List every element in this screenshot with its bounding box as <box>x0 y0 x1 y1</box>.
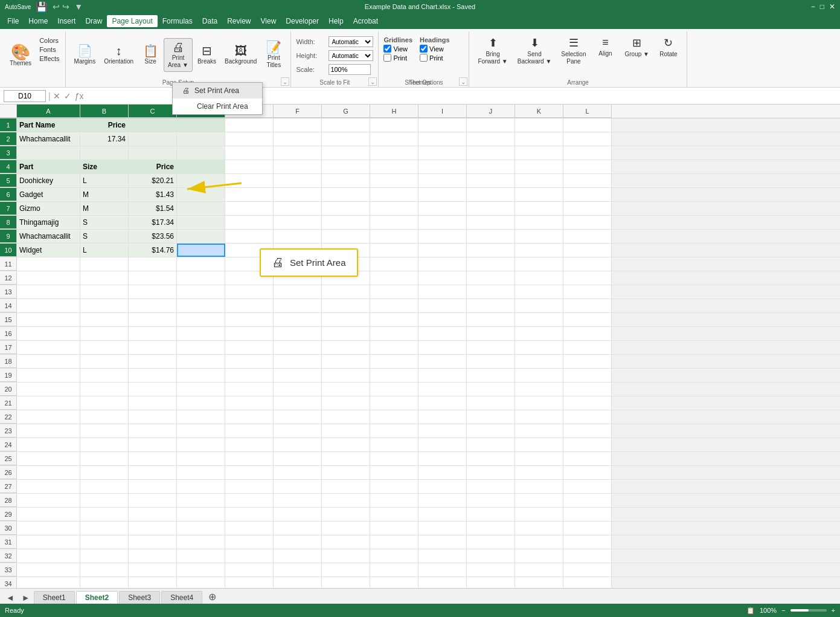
cell-J21[interactable] <box>467 396 515 410</box>
cell-K32[interactable] <box>515 549 563 563</box>
cell-E27[interactable] <box>225 480 274 493</box>
cell-K6[interactable] <box>515 188 563 201</box>
cell-A7[interactable]: Gizmo <box>17 202 80 215</box>
cell-B4[interactable]: Size <box>80 160 129 173</box>
cell-E16[interactable] <box>225 327 274 340</box>
cell-I12[interactable] <box>418 271 467 285</box>
cell-A1[interactable]: Part Name <box>17 118 80 132</box>
cell-E33[interactable] <box>225 563 274 577</box>
cell-I26[interactable] <box>418 466 467 479</box>
col-header-C[interactable]: C <box>129 105 177 118</box>
cell-A4[interactable]: Part <box>17 160 80 173</box>
cell-L14[interactable] <box>563 299 612 312</box>
cell-G17[interactable] <box>322 341 370 354</box>
cell-D8[interactable] <box>177 216 225 229</box>
colors-button[interactable]: Colors <box>37 36 61 45</box>
cell-C30[interactable] <box>129 522 177 535</box>
cell-D1[interactable] <box>177 118 225 132</box>
sheet-tab-sheet3[interactable]: Sheet3 <box>119 591 160 601</box>
cell-K3[interactable] <box>515 146 563 160</box>
cell-A30[interactable] <box>17 522 80 535</box>
cell-H31[interactable] <box>370 535 418 549</box>
bring-forward-button[interactable]: ⬆ BringForward ▼ <box>474 34 511 68</box>
menu-draw[interactable]: Draw <box>80 15 107 27</box>
cell-K9[interactable] <box>515 230 563 243</box>
cell-H33[interactable] <box>370 563 418 577</box>
cell-C28[interactable] <box>129 494 177 507</box>
cell-I32[interactable] <box>418 549 467 563</box>
cell-J10[interactable] <box>467 244 515 257</box>
cell-C9[interactable]: $23.56 <box>129 230 177 243</box>
rotate-button[interactable]: ↻ Rotate <box>655 34 682 68</box>
cell-F31[interactable] <box>274 535 322 549</box>
cell-G31[interactable] <box>322 535 370 549</box>
cell-H27[interactable] <box>370 480 418 493</box>
sheet-options-expand[interactable]: ⌄ <box>459 77 467 86</box>
cell-J16[interactable] <box>467 327 515 340</box>
cell-H15[interactable] <box>370 313 418 326</box>
cell-D19[interactable] <box>177 369 225 382</box>
cell-E17[interactable] <box>225 341 274 354</box>
cell-G20[interactable] <box>322 383 370 396</box>
cell-C26[interactable] <box>129 466 177 479</box>
cell-B20[interactable] <box>80 383 129 396</box>
cell-H24[interactable] <box>370 438 418 451</box>
cell-I17[interactable] <box>418 341 467 354</box>
cell-H21[interactable] <box>370 396 418 410</box>
cell-C20[interactable] <box>129 383 177 396</box>
effects-button[interactable]: Effects <box>37 54 61 63</box>
cell-D10[interactable] <box>177 244 225 257</box>
cell-E2[interactable] <box>225 132 274 146</box>
cell-L3[interactable] <box>563 146 612 160</box>
cell-F16[interactable] <box>274 327 322 340</box>
cell-K23[interactable] <box>515 424 563 438</box>
menu-file[interactable]: File <box>2 15 24 27</box>
menu-data[interactable]: Data <box>197 15 222 27</box>
cell-J30[interactable] <box>467 522 515 535</box>
cell-H23[interactable] <box>370 424 418 438</box>
cell-B11[interactable] <box>80 257 129 271</box>
cell-G14[interactable] <box>322 299 370 312</box>
cell-L5[interactable] <box>563 174 612 187</box>
cell-F7[interactable] <box>274 202 322 215</box>
col-header-L[interactable]: L <box>563 105 612 118</box>
cell-J31[interactable] <box>467 535 515 549</box>
cell-B7[interactable]: M <box>80 202 129 215</box>
row-header-19[interactable]: 19 <box>0 369 17 382</box>
cell-E9[interactable] <box>225 230 274 243</box>
cell-D25[interactable] <box>177 452 225 465</box>
cell-H22[interactable] <box>370 410 418 424</box>
cell-L11[interactable] <box>563 257 612 271</box>
col-header-A[interactable]: A <box>17 105 80 118</box>
cell-J27[interactable] <box>467 480 515 493</box>
cell-D27[interactable] <box>177 480 225 493</box>
cell-F1[interactable] <box>274 118 322 132</box>
cell-A28[interactable] <box>17 494 80 507</box>
cell-D31[interactable] <box>177 535 225 549</box>
cell-J15[interactable] <box>467 313 515 326</box>
cell-C17[interactable] <box>129 341 177 354</box>
cell-C18[interactable] <box>129 355 177 368</box>
cell-K16[interactable] <box>515 327 563 340</box>
row-header-16[interactable]: 16 <box>0 327 17 340</box>
cell-J11[interactable] <box>467 257 515 271</box>
cell-G32[interactable] <box>322 549 370 563</box>
cell-I15[interactable] <box>418 313 467 326</box>
cell-E6[interactable] <box>225 188 274 201</box>
cell-B16[interactable] <box>80 327 129 340</box>
cell-E30[interactable] <box>225 522 274 535</box>
cell-G1[interactable] <box>322 118 370 132</box>
cell-I25[interactable] <box>418 452 467 465</box>
cell-B32[interactable] <box>80 549 129 563</box>
cell-B9[interactable]: S <box>80 230 129 243</box>
cell-F8[interactable] <box>274 216 322 229</box>
cell-B24[interactable] <box>80 438 129 451</box>
cell-H25[interactable] <box>370 452 418 465</box>
cell-E25[interactable] <box>225 452 274 465</box>
cell-F21[interactable] <box>274 396 322 410</box>
cell-A14[interactable] <box>17 299 80 312</box>
cell-J2[interactable] <box>467 132 515 146</box>
cell-L28[interactable] <box>563 494 612 507</box>
cell-F26[interactable] <box>274 466 322 479</box>
cell-J17[interactable] <box>467 341 515 354</box>
